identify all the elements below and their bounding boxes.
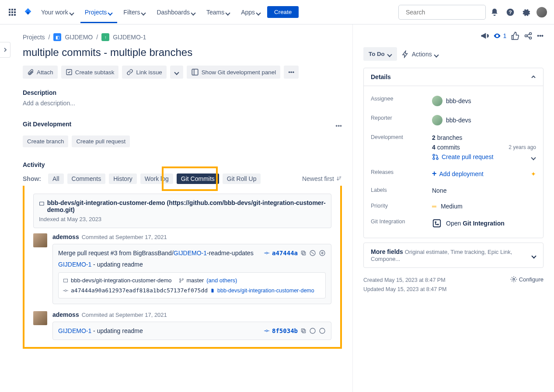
commit-repo-link[interactable]: bbb-devs/git-integration-customer-demo (217, 288, 314, 294)
tab-comments[interactable]: Comments (67, 173, 106, 184)
feedback-icon[interactable] (480, 31, 489, 40)
create-branch-button[interactable]: Create branch (23, 135, 68, 147)
commit-hash-short[interactable]: 8f5034b (272, 327, 298, 334)
commit-hash-short[interactable]: a47444a (272, 250, 298, 257)
chevron-down-icon (70, 10, 74, 14)
commit-full-hash: a47444a90a612937eadf818a1bdc57137ef075dd (71, 287, 208, 294)
copy-icon[interactable] (300, 250, 307, 256)
commits-link[interactable]: 4 commits (432, 144, 460, 151)
create-subtask-button[interactable]: Create subtask (61, 66, 119, 79)
tab-git-rollup[interactable]: Git Roll Up (223, 173, 261, 184)
configure-button[interactable]: Configure (510, 276, 544, 283)
breadcrumb-issue[interactable]: GIJDEMO-1 (113, 34, 146, 41)
more-actions-button[interactable]: ••• (284, 66, 299, 79)
svg-point-19 (65, 290, 66, 291)
profile-avatar[interactable] (535, 5, 549, 19)
priority-value[interactable]: ═Medium (432, 203, 536, 210)
gitkraken-icon[interactable] (309, 327, 316, 334)
tab-git-commits[interactable]: Git Commits (177, 173, 219, 184)
breadcrumb-project[interactable]: GIJDEMO (65, 34, 93, 41)
jira-logo-icon[interactable] (21, 5, 35, 19)
branches-link[interactable]: 2 branches (432, 134, 536, 141)
git-integration-icon (432, 219, 442, 228)
external-link-icon[interactable] (319, 250, 326, 257)
commit-readme-link[interactable]: GIJDEMO-1 (58, 261, 91, 268)
search-input[interactable] (398, 5, 486, 20)
issue-type-icon: ↑ (101, 33, 109, 41)
nav-dashboards[interactable]: Dashboards (152, 6, 200, 18)
chevron-down-icon (387, 52, 392, 56)
sort-toggle[interactable]: Newest first (302, 175, 342, 182)
labels-value[interactable]: None (432, 187, 536, 194)
actions-button[interactable]: Actions (401, 50, 439, 58)
commit-issue-link[interactable]: GIJDEMO-1 (174, 250, 207, 257)
svg-rect-11 (303, 252, 306, 255)
chevron-down-icon (192, 10, 196, 14)
pr-icon (432, 153, 439, 160)
app-switcher-icon[interactable] (5, 5, 19, 19)
details-header[interactable]: Details (364, 68, 543, 86)
attach-button[interactable]: Attach (23, 66, 58, 79)
add-deployment-link[interactable]: +Add deployment (432, 169, 484, 178)
chevron-down-icon (532, 253, 536, 257)
share-icon[interactable] (524, 31, 533, 40)
link-issue-dropdown[interactable] (170, 66, 183, 79)
nav-teams[interactable]: Teams (202, 6, 235, 18)
create-pr-link[interactable]: Create pull request (432, 153, 493, 160)
repo-icon (63, 278, 68, 283)
commit-item: ademoss Commited at September 17, 2021 M… (33, 233, 331, 304)
nav-your-work[interactable]: Your work (37, 6, 79, 18)
tab-all[interactable]: All (48, 173, 64, 184)
sparkle-icon: ✦ (531, 170, 536, 177)
git-dev-more-icon[interactable]: ••• (335, 122, 342, 129)
commit-readme-link[interactable]: GIJDEMO-1 (58, 327, 91, 334)
settings-icon[interactable] (519, 5, 533, 19)
watch-button[interactable]: 1 (493, 32, 506, 40)
expand-sidebar-button[interactable] (0, 42, 10, 58)
chevron-down-icon[interactable] (532, 155, 536, 159)
nav-projects[interactable]: Projects (80, 1, 118, 23)
create-button[interactable]: Create (267, 6, 299, 18)
assignee-label: Assignee (371, 96, 432, 102)
reporter-value[interactable]: bbb-devs (432, 115, 536, 125)
repo-header: bbb-devs/git-integration-customer-demo (… (33, 194, 331, 228)
reporter-label: Reporter (371, 115, 432, 121)
assignee-value[interactable]: bbb-devs (432, 96, 536, 106)
more-fields-toggle[interactable]: More fields Original estimate, Time trac… (363, 243, 544, 268)
tab-history[interactable]: History (109, 173, 137, 184)
status-button[interactable]: To Do (363, 47, 397, 61)
gitkraken-icon[interactable] (309, 250, 316, 257)
activity-label: Activity (23, 161, 342, 168)
commit-date: Commited at September 17, 2021 (82, 234, 167, 240)
link-issue-button[interactable]: Link issue (122, 66, 166, 79)
more-icon[interactable]: ••• (537, 32, 544, 39)
notifications-icon[interactable] (488, 5, 502, 19)
commit-details-box: bbb-devs/git-integration-customer-demo m… (58, 272, 326, 298)
svg-point-34 (433, 154, 435, 156)
create-pull-request-button[interactable]: Create pull request (72, 135, 130, 147)
svg-point-16 (179, 278, 181, 280)
show-git-panel-button[interactable]: Show Git development panel (187, 66, 280, 79)
chevron-down-icon (257, 10, 261, 14)
git-integration-open[interactable]: Open Git Integration (432, 219, 536, 228)
external-link-icon[interactable] (319, 327, 326, 334)
sort-icon (336, 176, 342, 182)
breadcrumb-projects[interactable]: Projects (23, 34, 45, 41)
description-placeholder[interactable]: Add a description... (23, 100, 342, 107)
svg-point-18 (179, 281, 181, 282)
attach-icon (27, 69, 34, 76)
chevron-down-icon (174, 70, 179, 74)
user-avatar (432, 96, 443, 106)
gear-icon (510, 276, 517, 283)
development-label: Development (371, 134, 432, 140)
commit-author-avatar (33, 311, 47, 325)
nav-apps[interactable]: Apps (237, 6, 265, 18)
commit-author-avatar (33, 233, 47, 247)
commit-branch-others[interactable]: (and others) (206, 277, 237, 284)
help-icon[interactable]: ? (503, 5, 517, 19)
nav-filters[interactable]: Filters (119, 6, 150, 18)
tab-worklog[interactable]: Work log (140, 173, 173, 184)
commit-node-icon (63, 288, 68, 293)
copy-icon[interactable] (300, 328, 307, 334)
like-icon[interactable] (511, 31, 519, 40)
